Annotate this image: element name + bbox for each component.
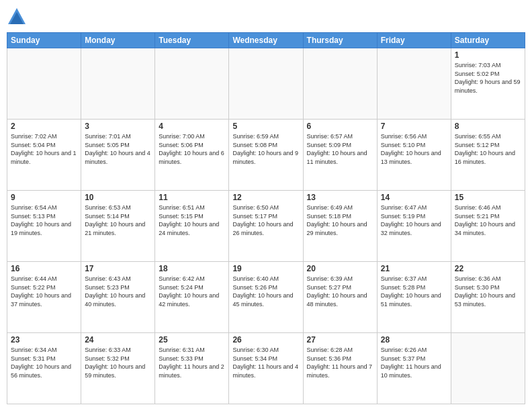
weekday-row: SundayMondayTuesdayWednesdayThursdayFrid… bbox=[7, 33, 525, 48]
day-number: 21 bbox=[381, 264, 447, 273]
day-info: Sunrise: 6:31 AM Sunset: 5:33 PM Dayligh… bbox=[159, 346, 225, 379]
calendar-cell: 19Sunrise: 6:40 AM Sunset: 5:26 PM Dayli… bbox=[229, 262, 303, 333]
calendar-week-row: 2Sunrise: 7:02 AM Sunset: 5:04 PM Daylig… bbox=[7, 120, 525, 191]
day-number: 3 bbox=[85, 122, 151, 131]
day-number: 26 bbox=[232, 335, 299, 345]
day-number: 16 bbox=[11, 264, 77, 273]
calendar-cell: 3Sunrise: 7:01 AM Sunset: 5:05 PM Daylig… bbox=[81, 120, 155, 191]
day-number: 5 bbox=[232, 122, 299, 131]
day-number: 10 bbox=[85, 193, 151, 202]
day-number: 11 bbox=[159, 193, 225, 202]
day-info: Sunrise: 6:34 AM Sunset: 5:31 PM Dayligh… bbox=[11, 346, 77, 379]
logo bbox=[7, 7, 30, 27]
day-number: 17 bbox=[85, 264, 151, 273]
calendar-cell: 21Sunrise: 6:37 AM Sunset: 5:28 PM Dayli… bbox=[377, 262, 451, 333]
calendar-cell bbox=[155, 48, 229, 120]
day-info: Sunrise: 6:43 AM Sunset: 5:23 PM Dayligh… bbox=[85, 275, 151, 308]
day-info: Sunrise: 6:51 AM Sunset: 5:15 PM Dayligh… bbox=[159, 203, 225, 237]
calendar-cell: 17Sunrise: 6:43 AM Sunset: 5:23 PM Dayli… bbox=[81, 262, 155, 333]
calendar-cell bbox=[7, 48, 81, 120]
calendar-cell bbox=[303, 48, 377, 120]
calendar-cell: 18Sunrise: 6:42 AM Sunset: 5:24 PM Dayli… bbox=[155, 262, 229, 333]
logo-icon bbox=[7, 7, 27, 27]
day-info: Sunrise: 7:02 AM Sunset: 5:04 PM Dayligh… bbox=[11, 132, 77, 166]
day-number: 20 bbox=[307, 264, 373, 273]
day-number: 28 bbox=[381, 335, 447, 345]
day-info: Sunrise: 6:30 AM Sunset: 5:34 PM Dayligh… bbox=[232, 346, 299, 379]
calendar-cell: 22Sunrise: 6:36 AM Sunset: 5:30 PM Dayli… bbox=[451, 262, 525, 333]
weekday-header: Thursday bbox=[303, 33, 377, 48]
header bbox=[7, 7, 525, 27]
calendar-cell: 11Sunrise: 6:51 AM Sunset: 5:15 PM Dayli… bbox=[155, 191, 229, 262]
day-info: Sunrise: 6:40 AM Sunset: 5:26 PM Dayligh… bbox=[232, 275, 299, 308]
calendar-cell bbox=[451, 333, 525, 404]
calendar-cell: 10Sunrise: 6:53 AM Sunset: 5:14 PM Dayli… bbox=[81, 191, 155, 262]
day-info: Sunrise: 6:56 AM Sunset: 5:10 PM Dayligh… bbox=[381, 132, 447, 166]
day-info: Sunrise: 6:44 AM Sunset: 5:22 PM Dayligh… bbox=[11, 275, 77, 308]
calendar-cell: 27Sunrise: 6:28 AM Sunset: 5:36 PM Dayli… bbox=[303, 333, 377, 404]
page: SundayMondayTuesdayWednesdayThursdayFrid… bbox=[0, 0, 532, 411]
calendar-cell: 26Sunrise: 6:30 AM Sunset: 5:34 PM Dayli… bbox=[229, 333, 303, 404]
day-info: Sunrise: 6:42 AM Sunset: 5:24 PM Dayligh… bbox=[159, 275, 225, 308]
day-number: 15 bbox=[455, 193, 521, 202]
day-number: 9 bbox=[11, 193, 77, 202]
day-info: Sunrise: 6:53 AM Sunset: 5:14 PM Dayligh… bbox=[85, 203, 151, 237]
weekday-header: Sunday bbox=[7, 33, 81, 48]
calendar-table: SundayMondayTuesdayWednesdayThursdayFrid… bbox=[7, 32, 525, 404]
calendar-cell: 2Sunrise: 7:02 AM Sunset: 5:04 PM Daylig… bbox=[7, 120, 81, 191]
day-info: Sunrise: 6:49 AM Sunset: 5:18 PM Dayligh… bbox=[307, 203, 373, 237]
day-number: 6 bbox=[307, 122, 373, 131]
day-number: 8 bbox=[455, 122, 521, 131]
calendar-cell bbox=[377, 48, 451, 120]
calendar-cell: 8Sunrise: 6:55 AM Sunset: 5:12 PM Daylig… bbox=[451, 120, 525, 191]
day-info: Sunrise: 6:37 AM Sunset: 5:28 PM Dayligh… bbox=[381, 275, 447, 308]
day-info: Sunrise: 6:54 AM Sunset: 5:13 PM Dayligh… bbox=[11, 203, 77, 237]
day-info: Sunrise: 7:01 AM Sunset: 5:05 PM Dayligh… bbox=[85, 132, 151, 166]
calendar-body: 1Sunrise: 7:03 AM Sunset: 5:02 PM Daylig… bbox=[7, 48, 525, 404]
day-info: Sunrise: 7:03 AM Sunset: 5:02 PM Dayligh… bbox=[455, 61, 521, 95]
day-info: Sunrise: 6:59 AM Sunset: 5:08 PM Dayligh… bbox=[232, 132, 299, 166]
day-info: Sunrise: 6:47 AM Sunset: 5:19 PM Dayligh… bbox=[381, 203, 447, 237]
weekday-header: Monday bbox=[81, 33, 155, 48]
calendar-cell: 1Sunrise: 7:03 AM Sunset: 5:02 PM Daylig… bbox=[451, 48, 525, 120]
day-info: Sunrise: 6:36 AM Sunset: 5:30 PM Dayligh… bbox=[455, 275, 521, 308]
day-number: 22 bbox=[455, 264, 521, 273]
day-number: 1 bbox=[455, 50, 521, 60]
calendar-cell bbox=[81, 48, 155, 120]
day-number: 24 bbox=[85, 335, 151, 345]
calendar-week-row: 16Sunrise: 6:44 AM Sunset: 5:22 PM Dayli… bbox=[7, 262, 525, 333]
day-number: 2 bbox=[11, 122, 77, 131]
calendar-week-row: 1Sunrise: 7:03 AM Sunset: 5:02 PM Daylig… bbox=[7, 48, 525, 120]
calendar-cell: 13Sunrise: 6:49 AM Sunset: 5:18 PM Dayli… bbox=[303, 191, 377, 262]
weekday-header: Wednesday bbox=[229, 33, 303, 48]
calendar-cell: 14Sunrise: 6:47 AM Sunset: 5:19 PM Dayli… bbox=[377, 191, 451, 262]
calendar-cell: 25Sunrise: 6:31 AM Sunset: 5:33 PM Dayli… bbox=[155, 333, 229, 404]
day-number: 25 bbox=[159, 335, 225, 345]
calendar-week-row: 23Sunrise: 6:34 AM Sunset: 5:31 PM Dayli… bbox=[7, 333, 525, 404]
calendar-cell: 20Sunrise: 6:39 AM Sunset: 5:27 PM Dayli… bbox=[303, 262, 377, 333]
calendar-cell: 7Sunrise: 6:56 AM Sunset: 5:10 PM Daylig… bbox=[377, 120, 451, 191]
weekday-header: Saturday bbox=[451, 33, 525, 48]
calendar-cell: 28Sunrise: 6:26 AM Sunset: 5:37 PM Dayli… bbox=[377, 333, 451, 404]
day-number: 14 bbox=[381, 193, 447, 202]
calendar-cell: 5Sunrise: 6:59 AM Sunset: 5:08 PM Daylig… bbox=[229, 120, 303, 191]
day-number: 19 bbox=[232, 264, 299, 273]
day-info: Sunrise: 6:39 AM Sunset: 5:27 PM Dayligh… bbox=[307, 275, 373, 308]
calendar-cell bbox=[229, 48, 303, 120]
day-info: Sunrise: 6:57 AM Sunset: 5:09 PM Dayligh… bbox=[307, 132, 373, 166]
day-info: Sunrise: 6:46 AM Sunset: 5:21 PM Dayligh… bbox=[455, 203, 521, 237]
calendar-cell: 15Sunrise: 6:46 AM Sunset: 5:21 PM Dayli… bbox=[451, 191, 525, 262]
calendar-week-row: 9Sunrise: 6:54 AM Sunset: 5:13 PM Daylig… bbox=[7, 191, 525, 262]
calendar-cell: 23Sunrise: 6:34 AM Sunset: 5:31 PM Dayli… bbox=[7, 333, 81, 404]
calendar-header: SundayMondayTuesdayWednesdayThursdayFrid… bbox=[7, 33, 525, 48]
day-info: Sunrise: 6:50 AM Sunset: 5:17 PM Dayligh… bbox=[232, 203, 299, 237]
day-number: 4 bbox=[159, 122, 225, 131]
day-number: 13 bbox=[307, 193, 373, 202]
calendar-cell: 9Sunrise: 6:54 AM Sunset: 5:13 PM Daylig… bbox=[7, 191, 81, 262]
day-number: 18 bbox=[159, 264, 225, 273]
calendar-cell: 6Sunrise: 6:57 AM Sunset: 5:09 PM Daylig… bbox=[303, 120, 377, 191]
day-info: Sunrise: 6:26 AM Sunset: 5:37 PM Dayligh… bbox=[381, 346, 447, 379]
day-number: 27 bbox=[307, 335, 373, 345]
day-info: Sunrise: 6:33 AM Sunset: 5:32 PM Dayligh… bbox=[85, 346, 151, 379]
day-number: 23 bbox=[11, 335, 77, 345]
